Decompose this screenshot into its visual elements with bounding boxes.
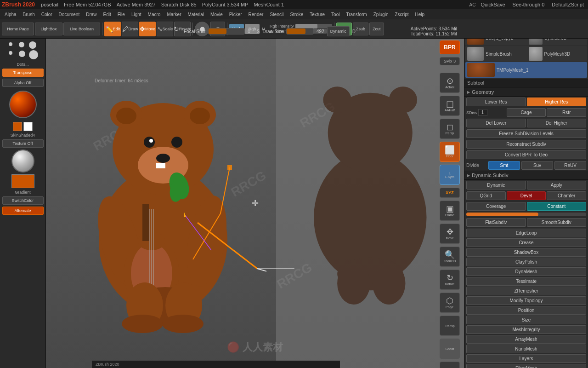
default-zscript-btn[interactable]: DefaultZScript [549, 1, 586, 8]
crease-btn[interactable]: Crease [466, 238, 586, 247]
transpose-btn[interactable]: Transpose [2, 69, 44, 77]
menu-file[interactable]: File [115, 11, 128, 18]
menu-tool[interactable]: Tool [328, 11, 342, 18]
solo-btn[interactable]: Solo [440, 362, 460, 368]
menu-transform[interactable]: Transform [343, 11, 369, 18]
dyna-mesh-btn[interactable]: DynaMesh [466, 267, 586, 276]
alpha-off-btn[interactable]: Alpha Off [2, 79, 44, 87]
home-page-btn[interactable]: Home Page [2, 23, 34, 35]
convert-bpr-btn[interactable]: Convert BPR To Geo [466, 150, 586, 159]
background-swatch[interactable] [23, 122, 33, 131]
color-wheel[interactable] [9, 91, 37, 118]
lightbox-btn[interactable]: LightBox [35, 23, 62, 35]
quick-save-btn[interactable]: QuickSave [478, 1, 507, 8]
lower-res-btn[interactable]: Lower Res [466, 98, 526, 106]
fiber-mesh-btn[interactable]: FiberMesh [466, 364, 586, 368]
apply-btn[interactable]: Apply [527, 181, 587, 190]
sdiv-input[interactable] [478, 109, 487, 116]
rotate-nav-btn[interactable]: ↻ Rotate [440, 270, 460, 290]
polyf-btn[interactable]: ⬡ PolyF [440, 293, 460, 313]
menu-stroke[interactable]: Stroke [287, 11, 306, 18]
devel-btn[interactable]: Devel [507, 191, 546, 200]
freeze-subdiv-btn[interactable]: Freeze SubDivision Levels [466, 129, 586, 138]
cage-btn[interactable]: Cage [507, 108, 546, 117]
mesh-integrity-btn[interactable]: MeshIntegrity [466, 325, 586, 334]
smooth-subdiv-btn[interactable]: SmoothSubdiv [527, 218, 587, 227]
shadow-box-btn[interactable]: ShadowBox [466, 248, 586, 257]
qgrid-btn[interactable]: QGrid [466, 191, 506, 200]
del-higher-btn[interactable]: Del Higher [527, 119, 587, 127]
menu-texture[interactable]: Texture [307, 11, 328, 18]
material-preview[interactable] [11, 150, 34, 172]
rstr-btn[interactable]: Rstr [547, 108, 586, 117]
zcut-btn[interactable]: Zcut [369, 23, 384, 35]
menu-material[interactable]: Material [185, 11, 207, 18]
geometry-section-header[interactable]: ▶ Geometry [464, 87, 588, 97]
edit-btn[interactable]: ✏️ Edit [104, 22, 121, 36]
draw-btn[interactable]: 🖊 Draw [122, 22, 138, 36]
actual-btn[interactable]: ⊙ Actual [440, 73, 460, 93]
higher-res-btn[interactable]: Higher Res [527, 98, 587, 106]
menu-help[interactable]: Help [412, 11, 427, 18]
gradient-swatch[interactable] [11, 174, 34, 188]
menu-draw[interactable]: Draw [83, 11, 99, 18]
chamfer-btn[interactable]: Chamfer [547, 191, 586, 200]
tool-item-2[interactable]: SimpleBrush PolyMesh3D [465, 46, 587, 62]
viewport[interactable]: RRCG RRCG RRCG RRCG RRCG [46, 39, 464, 368]
menu-macro[interactable]: Macro [145, 11, 164, 18]
xyz-btn[interactable]: XYZ [440, 188, 460, 198]
menu-stencil[interactable]: Stencil [267, 11, 286, 18]
live-boolean-btn[interactable]: Live Boolean [63, 23, 100, 35]
aahalf-btn[interactable]: ◫ AAHalf [440, 96, 460, 116]
bpr-btn-main[interactable]: BPR [440, 40, 460, 54]
array-mesh-btn[interactable]: ArrayMesh [466, 335, 586, 344]
floor-btn[interactable]: ⬜ Floor [440, 142, 460, 162]
coverage-btn[interactable]: Coverage [466, 202, 526, 211]
move-nav-btn[interactable]: ✥ Move [440, 224, 460, 244]
draw-size-slider[interactable] [286, 28, 314, 34]
z-remesher-btn[interactable]: ZRemesher [466, 287, 586, 295]
menu-marker[interactable]: Marker [164, 11, 184, 18]
lsym-btn[interactable]: L L.Sym [440, 165, 460, 185]
layers-btn[interactable]: Layers [466, 354, 586, 363]
nano-mesh-btn[interactable]: NanoMesh [466, 345, 586, 353]
position-btn[interactable]: Position [466, 306, 586, 315]
menu-zplugin[interactable]: Zplugin [371, 11, 391, 18]
switch-color-btn[interactable]: SwitchColor [2, 196, 44, 205]
dynamic-subdiv-header[interactable]: ▶ Dynamic Subdiv [464, 171, 588, 180]
zoom3d-btn[interactable]: 🔍 Zoom3D [440, 247, 460, 267]
persp-btn[interactable]: ◻ Persp [440, 119, 460, 139]
flat-subdiv-btn[interactable]: FlatSubdiv [466, 218, 526, 227]
menu-alpha[interactable]: Alpha [2, 11, 19, 18]
reuv-btn[interactable]: ReUV [554, 161, 586, 170]
see-through-btn[interactable]: See-through 0 [510, 1, 547, 8]
menu-render[interactable]: Render [246, 11, 266, 18]
clay-polish-btn[interactable]: ClayPolish [466, 258, 586, 266]
dynamic-btn-panel[interactable]: Dynamic [466, 181, 526, 190]
tool-item-3[interactable]: TMPolyMesh_1 [465, 62, 587, 78]
reconstruct-subdiv-btn[interactable]: Reconstruct Subdiv [466, 140, 586, 149]
menu-picker[interactable]: Picker [226, 11, 245, 18]
foreground-swatch[interactable] [13, 122, 22, 131]
transp-btn[interactable]: Transp [440, 316, 460, 336]
menu-brush[interactable]: Brush [20, 11, 38, 18]
dynamic-btn[interactable]: Dynamic [327, 26, 350, 36]
menu-light[interactable]: Light [129, 11, 144, 18]
move-btn[interactable]: ✥ Move [139, 22, 156, 36]
edge-loop-btn[interactable]: EdgeLoop [466, 229, 586, 237]
menu-edit[interactable]: Edit [101, 11, 114, 18]
focal-shift-slider[interactable] [208, 28, 245, 34]
constant-btn[interactable]: Constant [527, 202, 587, 211]
tessimate-btn[interactable]: Tessimate [466, 277, 586, 286]
suv-btn[interactable]: Suv [521, 161, 553, 170]
smt-btn[interactable]: Smt [488, 161, 520, 170]
alternate-btn[interactable]: Alternate [2, 207, 44, 215]
ghost-btn[interactable]: Ghost [440, 339, 460, 359]
modify-topology-btn[interactable]: Modify Topology [466, 296, 586, 305]
spix-btn[interactable]: SPix 3 [440, 57, 460, 65]
menu-document[interactable]: Document [56, 11, 83, 18]
frame-btn[interactable]: ▣ Frame [440, 201, 460, 221]
menu-movie[interactable]: Movie [208, 11, 226, 18]
del-lower-btn[interactable]: Del Lower [466, 119, 526, 127]
scale-btn[interactable]: ⤡ Scale [157, 22, 173, 36]
